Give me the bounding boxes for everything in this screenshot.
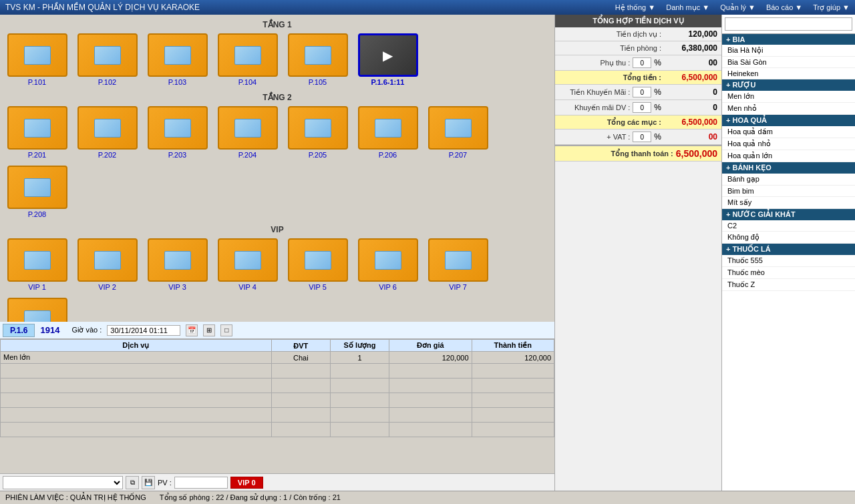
service-unit-1: Chai xyxy=(271,352,330,364)
summary-khuyen-mai: Tiền Khuyến Mãi : % 0 xyxy=(555,85,721,100)
service-name-1: Men lớn xyxy=(1,352,272,364)
summary-khuyen-mai-dv: Khuyến mãi DV : % 0 xyxy=(555,100,721,115)
summary-tong-cac-muc: Tổng các mục : 6,500,000 xyxy=(555,115,721,130)
product-khong-do[interactable]: Không độ xyxy=(722,232,855,244)
room-p105[interactable]: P.105 xyxy=(286,33,349,86)
calendar-icon[interactable]: 📅 xyxy=(186,324,198,336)
category-bia[interactable]: + BIA xyxy=(722,34,855,45)
product-men-nho[interactable]: Men nhỏ xyxy=(722,103,855,115)
category-ruou[interactable]: + RƯỢU xyxy=(722,79,855,91)
product-bim-bim[interactable]: Bim bim xyxy=(722,186,855,197)
room-vip8[interactable]: VIP 8 xyxy=(5,298,69,322)
summary-tong-thanh-toan-value: 6,500,000 xyxy=(676,148,717,159)
floor-2-grid: P.201 P.202 P.203 P.204 xyxy=(5,106,549,218)
room-p103[interactable]: P.103 xyxy=(146,33,209,86)
menu-danh-muc[interactable]: Danh mục ▼ xyxy=(666,3,709,12)
copy-icon[interactable]: ⧉ xyxy=(126,476,139,489)
room-name-badge: P.1.6 xyxy=(3,324,35,337)
pv-label: PV : xyxy=(158,479,172,487)
summary-phong: Tiền phòng : 6,380,000 xyxy=(555,41,721,55)
menu-tro-giup[interactable]: Trợ giúp ▼ xyxy=(813,3,850,12)
floor-vip-grid: VIP 1 VIP 2 VIP 3 VIP 4 xyxy=(5,238,549,322)
menu-he-thong[interactable]: Hệ thống ▼ xyxy=(615,3,655,12)
room-p207[interactable]: P.207 xyxy=(426,106,490,159)
room-area-scroll[interactable]: TẦNG 1 P.101 P.102 P.103 xyxy=(0,15,554,322)
floor-vip-title: VIP xyxy=(5,225,549,234)
dropdown-select[interactable] xyxy=(3,476,123,489)
room-p201[interactable]: P.201 xyxy=(5,106,69,159)
summary-tong-tien-value: 6,500,000 xyxy=(664,73,717,82)
category-banh-keo[interactable]: + BÁNH KẸO xyxy=(722,162,855,174)
main-container: TẦNG 1 P.101 P.102 P.103 xyxy=(0,15,855,491)
floor-vip: VIP VIP 1 VIP 2 VIP 3 xyxy=(5,225,549,322)
room-vip7[interactable]: VIP 7 xyxy=(426,238,490,291)
room-p103-label: P.103 xyxy=(168,78,186,86)
room-vip3[interactable]: VIP 3 xyxy=(146,238,209,291)
service-row-1[interactable]: Men lớn Chai 1 120,000 120,000 xyxy=(1,352,554,364)
vip-button[interactable]: VIP 0 xyxy=(230,477,263,489)
floor-1: TẦNG 1 P.101 P.102 P.103 xyxy=(5,20,549,86)
room-p102-label: P.102 xyxy=(98,78,116,86)
phu-thu-percent-sign: % xyxy=(654,58,661,67)
floor-1-grid: P.101 P.102 P.103 P.104 xyxy=(5,33,549,86)
room-vip4[interactable]: VIP 4 xyxy=(216,238,279,291)
floor-2: TẦNG 2 P.201 P.202 P.203 xyxy=(5,93,549,218)
khuyen-mai-percent-input[interactable] xyxy=(633,87,651,97)
room-grid-area: TẦNG 1 P.101 P.102 P.103 xyxy=(0,15,554,322)
checkin-time-input[interactable] xyxy=(107,325,180,336)
product-hoa-qua-nho[interactable]: Hoa quả nhỏ xyxy=(722,138,855,150)
menu-bao-cao[interactable]: Báo cáo ▼ xyxy=(766,3,802,11)
product-men-lon[interactable]: Men lớn xyxy=(722,91,855,103)
room-vip6[interactable]: VIP 6 xyxy=(356,238,419,291)
phu-thu-percent-input[interactable] xyxy=(633,57,651,68)
summary-panel: TỔNG HỢP TIỀN DỊCH VỤ Tiền dịch vụ : 120… xyxy=(554,15,721,491)
menu-quan-ly[interactable]: Quản lý ▼ xyxy=(720,3,755,12)
expand-icon[interactable]: □ xyxy=(220,324,232,336)
service-qty-1: 1 xyxy=(330,352,389,364)
product-thuoc-z[interactable]: Thuốc Z xyxy=(722,279,855,291)
product-bia-sai-gon[interactable]: Bia Sài Gòn xyxy=(722,57,855,68)
room-p101-label: P.101 xyxy=(28,78,46,86)
category-thuoc-la[interactable]: + THUỐC LÁ xyxy=(722,244,855,255)
room-p104-label: P.104 xyxy=(238,78,256,86)
product-search-input[interactable] xyxy=(725,17,852,31)
room-vip5[interactable]: VIP 5 xyxy=(286,238,349,291)
summary-khuyen-mai-value: 0 xyxy=(664,87,717,97)
product-heineken[interactable]: Heineken xyxy=(722,68,855,79)
product-list: + BIA Bia Hà Nội Bia Sài Gòn Heineken + … xyxy=(722,34,855,491)
service-total-1: 120,000 xyxy=(472,352,554,364)
room-vip1[interactable]: VIP 1 xyxy=(5,238,69,291)
khuyen-mai-dv-percent-input[interactable] xyxy=(633,102,651,113)
product-hoa-quan-lon[interactable]: Hoa quản lớn xyxy=(722,150,855,162)
room-p101[interactable]: P.101 xyxy=(5,33,69,86)
service-row-empty-3 xyxy=(1,393,554,408)
summary-phu-thu: Phụ thu : % 00 xyxy=(555,55,721,71)
room-p208[interactable]: P.208 xyxy=(5,166,69,218)
vat-percent-sign: % xyxy=(654,132,661,142)
product-thuoc-555[interactable]: Thuốc 555 xyxy=(722,255,855,267)
category-hoa-qua[interactable]: + HOA QUẢ xyxy=(722,115,855,126)
room-p106-active[interactable]: ▶ P.1.6-1:11 xyxy=(356,33,419,86)
room-p202[interactable]: P.202 xyxy=(75,106,139,159)
room-p102[interactable]: P.102 xyxy=(75,33,139,86)
product-mit-say[interactable]: Mít sấy xyxy=(722,197,855,209)
room-p104[interactable]: P.104 xyxy=(216,33,279,86)
room-p206[interactable]: P.206 xyxy=(356,106,419,159)
summary-tong-tien-label: Tổng tiền : xyxy=(559,73,661,82)
col-qty: Số lượng xyxy=(330,340,389,352)
grid-icon[interactable]: ⊞ xyxy=(203,324,215,336)
category-nuoc-giai-khat[interactable]: + NƯỚC GIẢI KHÁT xyxy=(722,209,855,220)
product-thuoc-meo[interactable]: Thuốc mèo xyxy=(722,267,855,279)
product-banh-gap[interactable]: Bánh gạp xyxy=(722,174,855,186)
vat-percent-input[interactable] xyxy=(633,132,651,142)
product-bia-ha-noi[interactable]: Bia Hà Nội xyxy=(722,45,855,57)
save-icon[interactable]: 💾 xyxy=(142,476,155,489)
product-hoa-qua-dam[interactable]: Hoa quả dầm xyxy=(722,126,855,138)
titlebar: TVS KM - PHẦN MỀM QUẢN LÝ DỊCH VỤ KARAOK… xyxy=(0,0,855,15)
room-p205[interactable]: P.205 xyxy=(286,106,349,159)
room-p203[interactable]: P.203 xyxy=(146,106,209,159)
pv-input[interactable] xyxy=(174,477,228,489)
product-c2[interactable]: C2 xyxy=(722,220,855,232)
room-p204[interactable]: P.204 xyxy=(216,106,279,159)
room-vip2[interactable]: VIP 2 xyxy=(75,238,139,291)
